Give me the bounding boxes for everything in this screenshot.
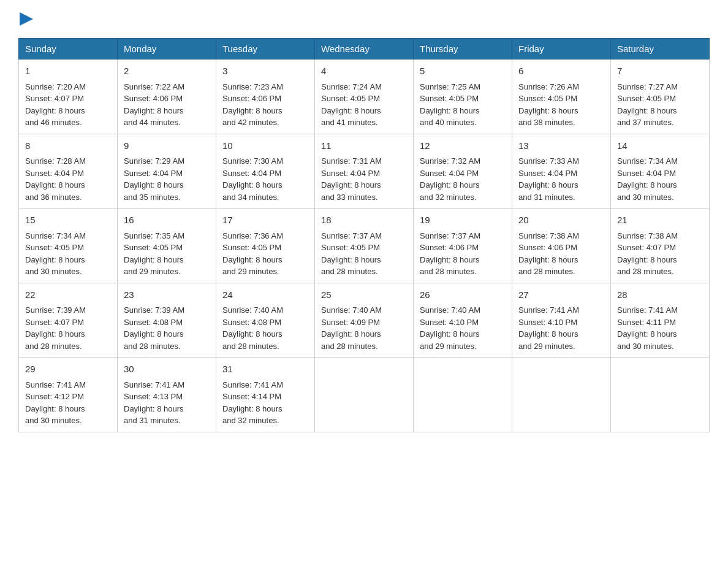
calendar-cell: 21Sunrise: 7:38 AMSunset: 4:07 PMDayligh… <box>611 209 710 283</box>
sunset-text: Sunset: 4:04 PM <box>617 169 676 178</box>
day-number: 7 <box>617 64 703 79</box>
day-number: 18 <box>321 213 407 228</box>
calendar-cell: 14Sunrise: 7:34 AMSunset: 4:04 PMDayligh… <box>611 134 710 209</box>
sunset-text: Sunset: 4:04 PM <box>518 169 577 178</box>
sunset-text: Sunset: 4:08 PM <box>124 318 183 327</box>
daylight-text: Daylight: 8 hours <box>124 404 184 413</box>
calendar-cell <box>414 358 512 432</box>
calendar-cell: 16Sunrise: 7:35 AMSunset: 4:05 PMDayligh… <box>118 209 216 283</box>
daylight-minutes-text: and 28 minutes. <box>420 267 477 276</box>
page-header <box>18 12 710 26</box>
calendar-cell: 25Sunrise: 7:40 AMSunset: 4:09 PMDayligh… <box>315 283 414 358</box>
day-number: 30 <box>124 362 210 377</box>
day-number: 31 <box>222 362 308 377</box>
calendar-cell: 23Sunrise: 7:39 AMSunset: 4:08 PMDayligh… <box>118 283 216 358</box>
daylight-minutes-text: and 29 minutes. <box>124 267 181 276</box>
sunset-text: Sunset: 4:11 PM <box>617 318 676 327</box>
sunset-text: Sunset: 4:04 PM <box>321 169 380 178</box>
day-number: 9 <box>124 139 210 153</box>
sunset-text: Sunset: 4:05 PM <box>420 94 479 103</box>
daylight-text: Daylight: 8 hours <box>222 180 282 190</box>
sunrise-text: Sunrise: 7:28 AM <box>25 156 86 166</box>
sunset-text: Sunset: 4:10 PM <box>420 318 479 327</box>
calendar-cell: 13Sunrise: 7:33 AMSunset: 4:04 PMDayligh… <box>512 134 611 209</box>
daylight-minutes-text: and 28 minutes. <box>222 342 279 351</box>
day-number: 27 <box>518 288 604 302</box>
logo <box>18 12 33 26</box>
daylight-text: Daylight: 8 hours <box>25 255 85 264</box>
daylight-text: Daylight: 8 hours <box>321 106 381 115</box>
daylight-minutes-text: and 40 minutes. <box>420 118 477 127</box>
daylight-text: Daylight: 8 hours <box>518 329 578 339</box>
sunrise-text: Sunrise: 7:41 AM <box>222 380 283 389</box>
sunrise-text: Sunrise: 7:34 AM <box>25 231 86 240</box>
svg-marker-0 <box>20 12 33 26</box>
calendar-table: SundayMondayTuesdayWednesdayThursdayFrid… <box>18 38 710 432</box>
header-wednesday: Wednesday <box>315 39 414 59</box>
sunrise-text: Sunrise: 7:40 AM <box>222 305 283 315</box>
sunset-text: Sunset: 4:04 PM <box>124 169 183 178</box>
daylight-minutes-text: and 28 minutes. <box>617 267 674 276</box>
calendar-cell: 31Sunrise: 7:41 AMSunset: 4:14 PMDayligh… <box>216 358 315 432</box>
day-number: 10 <box>222 139 308 153</box>
week-row-4: 22Sunrise: 7:39 AMSunset: 4:07 PMDayligh… <box>19 283 710 358</box>
sunset-text: Sunset: 4:04 PM <box>25 169 84 178</box>
daylight-minutes-text: and 41 minutes. <box>321 118 378 127</box>
daylight-minutes-text: and 33 minutes. <box>321 193 378 202</box>
calendar-cell <box>512 358 611 432</box>
sunrise-text: Sunrise: 7:36 AM <box>222 231 283 240</box>
header-tuesday: Tuesday <box>216 39 315 59</box>
daylight-minutes-text: and 28 minutes. <box>124 342 181 351</box>
calendar-cell: 17Sunrise: 7:36 AMSunset: 4:05 PMDayligh… <box>216 209 315 283</box>
daylight-minutes-text: and 37 minutes. <box>617 118 674 127</box>
day-number: 5 <box>420 64 506 79</box>
day-number: 17 <box>222 213 308 228</box>
daylight-text: Daylight: 8 hours <box>124 106 184 115</box>
sunrise-text: Sunrise: 7:27 AM <box>617 82 678 91</box>
day-number: 1 <box>25 64 111 79</box>
header-thursday: Thursday <box>414 39 512 59</box>
week-row-2: 8Sunrise: 7:28 AMSunset: 4:04 PMDaylight… <box>19 134 710 209</box>
sunrise-text: Sunrise: 7:40 AM <box>321 305 382 315</box>
sunrise-text: Sunrise: 7:40 AM <box>420 305 480 315</box>
daylight-minutes-text: and 29 minutes. <box>222 267 279 276</box>
sunset-text: Sunset: 4:05 PM <box>124 243 183 252</box>
sunrise-text: Sunrise: 7:41 AM <box>124 380 184 389</box>
calendar-cell: 6Sunrise: 7:26 AMSunset: 4:05 PMDaylight… <box>512 59 611 134</box>
sunrise-text: Sunrise: 7:24 AM <box>321 82 382 91</box>
calendar-cell: 10Sunrise: 7:30 AMSunset: 4:04 PMDayligh… <box>216 134 315 209</box>
sunrise-text: Sunrise: 7:22 AM <box>124 82 184 91</box>
calendar-cell: 11Sunrise: 7:31 AMSunset: 4:04 PMDayligh… <box>315 134 414 209</box>
calendar-cell: 27Sunrise: 7:41 AMSunset: 4:10 PMDayligh… <box>512 283 611 358</box>
calendar-cell: 18Sunrise: 7:37 AMSunset: 4:05 PMDayligh… <box>315 209 414 283</box>
sunrise-text: Sunrise: 7:29 AM <box>124 156 184 166</box>
sunset-text: Sunset: 4:04 PM <box>222 169 281 178</box>
calendar-cell: 12Sunrise: 7:32 AMSunset: 4:04 PMDayligh… <box>414 134 512 209</box>
daylight-text: Daylight: 8 hours <box>420 329 480 339</box>
daylight-text: Daylight: 8 hours <box>25 329 85 339</box>
calendar-cell: 5Sunrise: 7:25 AMSunset: 4:05 PMDaylight… <box>414 59 512 134</box>
sunrise-text: Sunrise: 7:30 AM <box>222 156 283 166</box>
sunset-text: Sunset: 4:09 PM <box>321 318 380 327</box>
sunrise-text: Sunrise: 7:26 AM <box>518 82 579 91</box>
day-number: 8 <box>25 139 111 153</box>
day-number: 15 <box>25 213 111 228</box>
daylight-minutes-text: and 30 minutes. <box>25 267 82 276</box>
day-number: 11 <box>321 139 407 153</box>
daylight-minutes-text: and 38 minutes. <box>518 118 575 127</box>
sunset-text: Sunset: 4:07 PM <box>617 243 676 252</box>
day-number: 25 <box>321 288 407 302</box>
daylight-minutes-text: and 42 minutes. <box>222 118 279 127</box>
calendar-cell: 26Sunrise: 7:40 AMSunset: 4:10 PMDayligh… <box>414 283 512 358</box>
daylight-text: Daylight: 8 hours <box>222 329 282 339</box>
logo-triangle-icon <box>20 12 33 26</box>
day-number: 24 <box>222 288 308 302</box>
day-number: 4 <box>321 64 407 79</box>
daylight-text: Daylight: 8 hours <box>321 329 381 339</box>
daylight-text: Daylight: 8 hours <box>518 255 578 264</box>
day-number: 23 <box>124 288 210 302</box>
day-number: 16 <box>124 213 210 228</box>
week-row-3: 15Sunrise: 7:34 AMSunset: 4:05 PMDayligh… <box>19 209 710 283</box>
sunrise-text: Sunrise: 7:39 AM <box>25 305 86 315</box>
sunset-text: Sunset: 4:14 PM <box>222 392 281 401</box>
